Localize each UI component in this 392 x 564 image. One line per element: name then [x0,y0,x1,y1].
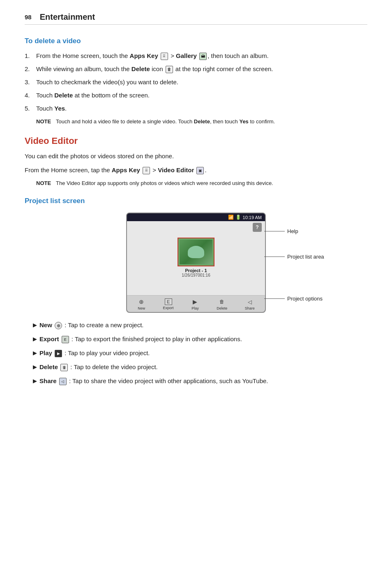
share-button[interactable]: ◁ Share [245,298,255,310]
step-5: 5. Touch Yes. [25,104,367,113]
project-list-title: Project list screen [25,197,367,205]
project-thumb-img [180,240,212,264]
project-date: 1/26/197001:16 [182,273,210,277]
new-icon-inline: ⊕ [55,322,62,329]
delete-note: NOTE Touch and hold a video file to dele… [36,118,367,126]
project-item: Project - 1 1/26/197001:16 [178,238,214,291]
export-icon: E [165,298,172,305]
ve-note-label: NOTE [36,179,53,187]
bullet-arrow-play: ▶ [33,349,37,358]
apps-key-icon: ⠿ [161,53,168,60]
bullet-play: ▶ Play ▶ : Tap to play your video projec… [25,348,367,358]
delete-icon-inline: 🗑 [60,364,68,371]
bullet-new: ▶ New ⊕ : Tap to create a new project. [25,320,367,330]
callout-project-options: Project options [264,296,323,302]
help-button[interactable]: ? [253,223,262,232]
bullet-arrow-delete: ▶ [33,363,37,372]
delete-icon: 🗑 [218,298,226,305]
bullet-arrow-share: ▶ [33,377,37,386]
status-time: 10:19 AM [243,215,262,220]
phone-screenshot-area: 📶 🔋 10:19 AM ? Project - 1 [25,213,367,313]
project-thumbnail [178,238,214,266]
delete-button[interactable]: 🗑 Delete [217,298,227,310]
page-number: 98 [25,14,32,21]
delete-video-section: To delete a video 1. From the Home scree… [25,37,367,126]
new-label: New [138,306,145,310]
video-editor-title: Video Editor [25,136,367,146]
video-editor-section: Video Editor You can edit the photos or … [25,136,367,187]
video-editor-icon: ▣ [196,167,204,174]
callout-line-project [264,257,285,257]
phone-app-top: ? [127,221,265,233]
share-icon-inline: ◁ [59,378,67,385]
phone-app-area: ? Project - 1 1/26/197001:16 [127,221,265,295]
gallery-icon: 🏔 [199,53,207,60]
new-icon: ⊕ [137,298,145,305]
apps-key-icon-2: ⠿ [143,167,150,174]
step-4: 4. Touch Delete at the bottom of the scr… [25,90,367,100]
callout-label-help: Help [287,228,298,234]
note-text: Touch and hold a video file to delete a … [56,118,275,126]
video-editor-intro1: You can edit the photos or videos stored… [25,151,367,161]
export-button[interactable]: E Export [163,298,174,310]
play-label: Play [191,306,199,310]
bullet-share: ▶ Share ◁ : Tap to share the video proje… [25,376,367,386]
callout-help: Help [264,228,298,234]
project-list-area: Project - 1 1/26/197001:16 [127,233,265,295]
video-editor-intro2: From the Home screen, tap the Apps Key ⠿… [25,165,367,175]
callout-line-help [264,231,285,231]
project-bullets: ▶ New ⊕ : Tap to create a new project. ▶… [25,320,367,386]
bullet-delete: ▶ Delete 🗑 : Tap to delete the video pro… [25,362,367,372]
bullet-arrow-export: ▶ [33,335,37,344]
phone-screen: 📶 🔋 10:19 AM ? Project - 1 [126,213,266,313]
delete-video-title: To delete a video [25,37,367,45]
play-icon-inline: ▶ [55,350,62,357]
callout-label-project: Project list area [287,254,324,260]
delete-label: Delete [217,306,227,310]
callout-line-options [264,298,285,299]
page-title: Entertainment [40,12,95,22]
step-3: 3. Touch to checkmark the video(s) you w… [25,77,367,87]
bullet-arrow-new: ▶ [33,321,37,330]
page-header: 98 Entertainment [25,12,367,25]
video-editor-note: NOTE The Video Editor app supports only … [36,179,367,187]
bullet-export: ▶ Export E : Tap to export the finished … [25,334,367,344]
project-name: Project - 1 [185,268,207,273]
battery-icon: 🔋 [235,215,241,220]
project-list-section: Project list screen 📶 🔋 10:19 AM ? [25,197,367,386]
play-icon: ▶ [191,298,199,305]
play-button[interactable]: ▶ Play [191,298,199,310]
export-icon-inline: E [62,336,69,343]
delete-steps-list: 1. From the Home screen, touch the Apps … [25,51,367,113]
phone-status-bar: 📶 🔋 10:19 AM [127,213,265,221]
callout-project-list: Project list area [264,254,324,260]
note-label: NOTE [36,118,53,126]
share-icon: ◁ [246,298,254,305]
share-label: Share [245,306,255,310]
phone-wrapper: 📶 🔋 10:19 AM ? Project - 1 [126,213,266,313]
delete-icon-inline: 🗑 [166,66,173,73]
new-button[interactable]: ⊕ New [137,298,145,310]
phone-bottom-bar: ⊕ New E Export ▶ Play 🗑 Delete [127,295,265,312]
step-2: 2. While viewing an album, touch the Del… [25,64,367,74]
signal-icon: 📶 [228,215,234,220]
export-label: Export [163,306,174,310]
ve-note-text: The Video Editor app supports only photo… [56,179,273,187]
callout-label-options: Project options [287,296,323,302]
step-1: 1. From the Home screen, touch the Apps … [25,51,367,61]
